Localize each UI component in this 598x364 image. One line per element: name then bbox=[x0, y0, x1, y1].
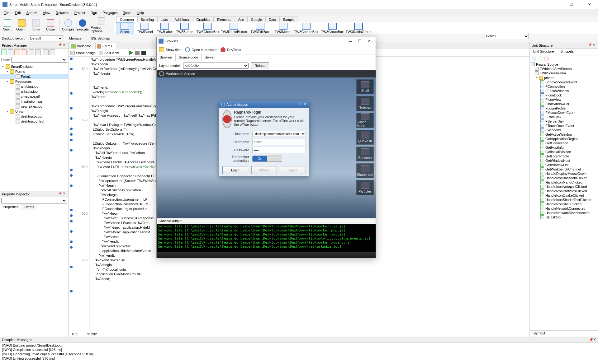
unit-structure-tree[interactable]: Pascal SourceTWbIconViewScreenTWbScreenF… bbox=[530, 62, 598, 330]
unit-method[interactable]: GetInitialPosition bbox=[530, 150, 598, 154]
browser-titlebar[interactable]: Browser — ☐ ✕ bbox=[157, 37, 376, 45]
unit-private[interactable]: ▾ private bbox=[530, 75, 598, 80]
desktop-icon-bassoon[interactable]: Bassoon bbox=[356, 147, 374, 161]
palette-item-tw3radiobutton[interactable]: TW3RadioButton bbox=[222, 23, 246, 34]
unit-method[interactable]: HandleIconMarioClicked bbox=[530, 180, 598, 184]
palette-item-select[interactable]: Select bbox=[116, 22, 134, 34]
remember-toggle[interactable]: On bbox=[252, 156, 282, 162]
split-view-button[interactable]: Split view bbox=[99, 51, 119, 55]
unit-method[interactable]: FindWindowFor bbox=[530, 102, 598, 106]
auth-restore-icon[interactable]: ⧉ bbox=[303, 102, 307, 107]
tree-resource[interactable]: cityscape.gif bbox=[0, 94, 68, 99]
compiler-message[interactable]: [INFO] Building project 'SmartDesktop'..… bbox=[2, 343, 596, 348]
unit-field[interactable]: FTouchDownEvent bbox=[530, 124, 598, 128]
palette-tab-additional[interactable]: Additional bbox=[171, 16, 193, 22]
palette-item-tw3combobox[interactable]: TW3ComboBox bbox=[294, 23, 318, 34]
unit-field[interactable]: FIconDock bbox=[530, 93, 598, 97]
subtab-source[interactable]: Source code bbox=[176, 54, 202, 61]
unit-method[interactable]: GetActiveWindow bbox=[530, 132, 598, 137]
unit-method[interactable]: HandleIconShaderTestClicked bbox=[530, 198, 598, 202]
add-unit-icon[interactable] bbox=[8, 49, 13, 55]
unit-field[interactable]: FServerDisk bbox=[530, 119, 598, 124]
unit-field[interactable]: FRamDisk bbox=[530, 115, 598, 119]
pi-object-select[interactable] bbox=[1, 198, 67, 203]
tree-resource[interactable]: arkadia.jpg bbox=[0, 89, 68, 94]
close-panel-icon[interactable]: ✕ bbox=[62, 192, 66, 196]
filter-icon[interactable] bbox=[538, 57, 542, 61]
browser-viewport[interactable]: Workbench Screen ShellNotepadSuper Mario… bbox=[157, 70, 376, 218]
unit-root[interactable]: Pascal Source bbox=[530, 62, 598, 67]
pi-tab-events[interactable]: Events bbox=[21, 204, 37, 210]
find-icon[interactable] bbox=[35, 49, 41, 55]
palette-tab-graphics[interactable]: Graphics bbox=[193, 16, 214, 22]
unit-field[interactable]: FWindows bbox=[530, 128, 598, 132]
pi-tab-properties[interactable]: Properties bbox=[0, 204, 21, 210]
form-selector[interactable]: Form1 bbox=[485, 33, 529, 39]
compiler-message[interactable]: [INFO] Compilation successful [323 ms] bbox=[2, 348, 596, 352]
pause-icon[interactable] bbox=[135, 51, 140, 55]
tree-forms[interactable]: ▾Forms bbox=[0, 69, 68, 74]
menu-search[interactable]: Search bbox=[24, 10, 40, 15]
stop-icon[interactable] bbox=[141, 51, 146, 55]
palette-tab-lists[interactable]: Lists bbox=[157, 16, 171, 22]
unit-method[interactable]: HandleNetworkConnected bbox=[530, 206, 598, 211]
palette-tab-google[interactable]: Google bbox=[248, 16, 265, 22]
tree-root[interactable]: ▾SmartDesktop bbox=[0, 64, 68, 69]
run-icon[interactable] bbox=[129, 51, 133, 55]
unit-method[interactable]: HandleIconNotepadClicked bbox=[530, 184, 598, 189]
tab-snippets[interactable]: Snippets bbox=[557, 49, 577, 55]
manage-layouts-button[interactable]: Manage bbox=[66, 36, 85, 41]
palette-item-tw3radiogroup[interactable]: TW3RadioGroup bbox=[346, 23, 371, 34]
menu-help[interactable]: Help bbox=[134, 10, 146, 15]
palette-item-tw3editbox[interactable]: TW3EditBox bbox=[248, 23, 272, 34]
ide-settings-button[interactable]: IDE Settings bbox=[88, 36, 113, 41]
cancel-button[interactable]: Cancel bbox=[280, 166, 306, 174]
expand-icon[interactable] bbox=[43, 49, 49, 55]
unit-field[interactable]: FLoginProfile bbox=[530, 106, 598, 110]
desktop-icon-particles[interactable]: Particles bbox=[356, 180, 374, 195]
palette-tab-common[interactable]: Common bbox=[116, 16, 137, 22]
unit-class[interactable]: TWbScreenForm bbox=[530, 71, 598, 75]
sort-icon[interactable] bbox=[532, 57, 536, 61]
unit-method[interactable]: HandleNetworkDisconnected bbox=[530, 211, 598, 215]
remove-icon[interactable] bbox=[21, 49, 26, 55]
auth-titlebar[interactable]: Authentication ❐ ⧉ bbox=[219, 101, 309, 108]
menu-project[interactable]: Project bbox=[72, 10, 88, 15]
tree-unit[interactable]: desktop.button bbox=[0, 114, 68, 119]
palette-item-tw3groupbox[interactable]: TW3GroupBox bbox=[320, 23, 344, 34]
layout-select[interactable]: Default bbox=[29, 35, 63, 41]
unit-field[interactable]: FIconView bbox=[530, 97, 598, 102]
unit-method[interactable]: HandleIconBassoonClicked bbox=[530, 176, 598, 180]
open-in-browser-button[interactable]: Open in browser bbox=[185, 47, 217, 52]
subtab-server[interactable]: Server bbox=[202, 54, 218, 61]
unit-method[interactable]: HandleIconQuakeClicked bbox=[530, 193, 598, 198]
unit-method[interactable]: HandleIconParticlesClicked bbox=[530, 189, 598, 193]
pin-icon[interactable]: 📌 bbox=[587, 43, 592, 48]
palette-tab-ace[interactable]: Ace bbox=[235, 16, 248, 22]
add-resource-icon[interactable] bbox=[14, 49, 20, 55]
palette-tab-scrolling[interactable]: Scrolling bbox=[137, 16, 157, 22]
compiler-message[interactable]: [INFO] Generating JavaScript successful … bbox=[2, 352, 596, 356]
tree-unit[interactable]: desktop.control bbox=[0, 119, 68, 124]
tab-welcome[interactable]: Welcome bbox=[70, 43, 95, 49]
tree-resource[interactable]: new_skies.jpg bbox=[0, 104, 68, 109]
tab-unit-structure[interactable]: Unit Structure bbox=[530, 49, 557, 55]
unit-field[interactable]: FMouseDownEvent bbox=[530, 110, 598, 115]
close-project-button[interactable]: Close bbox=[44, 19, 57, 32]
hostname-select[interactable]: desktop.smartmobilestudio.com bbox=[252, 131, 306, 137]
menu-view[interactable]: View bbox=[40, 10, 53, 15]
compile-button[interactable]: Compile bbox=[61, 19, 75, 32]
palette-item-tw3checkbox[interactable]: TW3CheckBox bbox=[196, 23, 220, 34]
pi-grid[interactable] bbox=[0, 210, 68, 337]
palette-item-tw3label[interactable]: TW3Label bbox=[156, 23, 174, 34]
project-options-button[interactable]: Project Options bbox=[90, 17, 113, 34]
unit-method[interactable]: GetLoginProfile bbox=[530, 154, 598, 158]
unit-field[interactable]: FFocusWindow bbox=[530, 89, 598, 93]
palette-tab-sample[interactable]: Sample bbox=[279, 16, 298, 22]
tree-resources[interactable]: ▾Resources bbox=[0, 79, 68, 84]
pin-icon[interactable]: 📌 bbox=[58, 192, 62, 196]
desktop-icon-shell[interactable]: Shell bbox=[356, 79, 374, 94]
desktop-icon-super-mario[interactable]: Super Mario bbox=[356, 113, 374, 128]
add-form-icon[interactable] bbox=[1, 49, 7, 55]
palette-item-tw3memo[interactable]: TW3Memo bbox=[274, 23, 292, 34]
